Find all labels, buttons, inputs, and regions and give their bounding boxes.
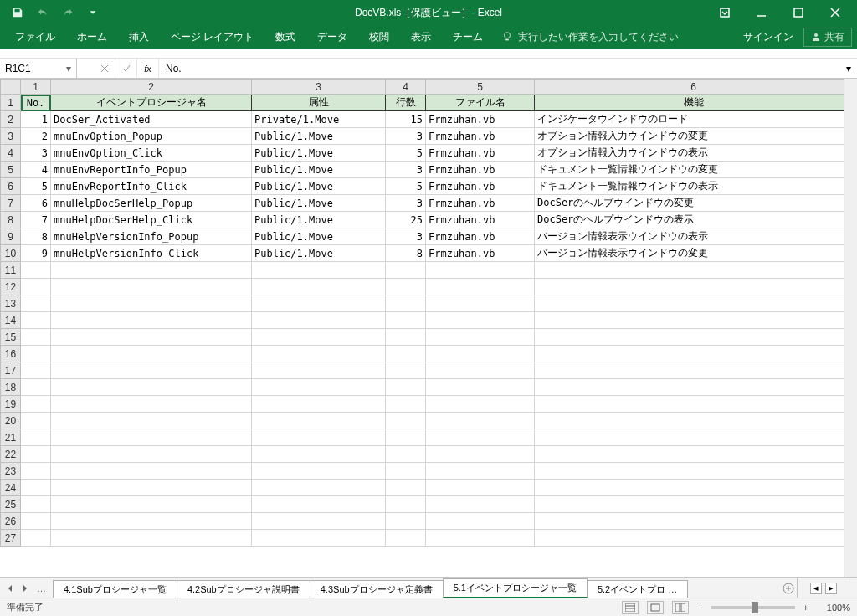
column-header[interactable]: 5 bbox=[426, 80, 535, 95]
cell[interactable] bbox=[51, 480, 252, 496]
tab-page-layout[interactable]: ページ レイアウト bbox=[161, 27, 264, 48]
row-header[interactable]: 10 bbox=[1, 245, 21, 262]
sheet-tab[interactable]: 4.3Subプロシージャ定義書 bbox=[310, 580, 444, 598]
enter-button[interactable] bbox=[115, 59, 137, 78]
cell[interactable] bbox=[535, 496, 844, 513]
cell[interactable] bbox=[21, 262, 51, 279]
cell[interactable] bbox=[426, 362, 535, 379]
cell[interactable] bbox=[426, 262, 535, 279]
page-break-view-button[interactable] bbox=[672, 601, 689, 614]
cell[interactable]: Frmzuhan.vb bbox=[426, 145, 535, 162]
vertical-scrollbar[interactable] bbox=[844, 79, 857, 578]
cell[interactable]: Frmzuhan.vb bbox=[426, 228, 535, 245]
cell[interactable] bbox=[21, 362, 51, 379]
cell[interactable] bbox=[426, 279, 535, 295]
cell[interactable] bbox=[535, 530, 844, 547]
close-button[interactable] bbox=[820, 3, 850, 23]
cell[interactable]: Public/1.Move bbox=[252, 128, 386, 145]
cell[interactable] bbox=[426, 463, 535, 480]
cell[interactable] bbox=[51, 279, 252, 295]
row-header[interactable]: 5 bbox=[1, 162, 21, 178]
cell[interactable] bbox=[386, 429, 426, 446]
row-header[interactable]: 13 bbox=[1, 295, 21, 312]
tab-formulas[interactable]: 数式 bbox=[265, 27, 305, 48]
cell[interactable]: 7 bbox=[21, 212, 51, 228]
horizontal-scrollbar[interactable]: ◂ ▸ bbox=[807, 583, 857, 594]
zoom-out-button[interactable]: − bbox=[697, 603, 702, 613]
cell[interactable] bbox=[252, 379, 386, 396]
cell[interactable] bbox=[252, 496, 386, 513]
cell[interactable]: 5 bbox=[21, 178, 51, 195]
header-cell[interactable]: 属性 bbox=[252, 95, 386, 111]
cell[interactable] bbox=[51, 346, 252, 362]
cell[interactable]: mnuEnvReportInfo_Popup bbox=[51, 162, 252, 178]
cell[interactable] bbox=[426, 530, 535, 547]
sheet-nav-next[interactable] bbox=[18, 583, 32, 593]
name-box[interactable]: R1C1 ▾ bbox=[0, 59, 77, 78]
row-header[interactable]: 27 bbox=[1, 530, 21, 547]
cell[interactable]: Frmzuhan.vb bbox=[426, 245, 535, 262]
cell[interactable] bbox=[51, 362, 252, 379]
tab-file[interactable]: ファイル bbox=[5, 27, 65, 48]
cell[interactable]: バージョン情報表示ウインドウの表示 bbox=[535, 228, 844, 245]
cell[interactable]: ドキュメント一覧情報ウインドウの変更 bbox=[535, 162, 844, 178]
tab-data[interactable]: データ bbox=[307, 27, 357, 48]
cell[interactable] bbox=[21, 513, 51, 530]
zoom-percent[interactable]: 100% bbox=[817, 603, 850, 613]
select-all-cell[interactable] bbox=[1, 80, 21, 95]
cell[interactable]: Frmzuhan.vb bbox=[426, 111, 535, 128]
cell[interactable] bbox=[252, 396, 386, 413]
cell[interactable] bbox=[386, 329, 426, 346]
row-header[interactable]: 4 bbox=[1, 145, 21, 162]
cell[interactable]: Frmzuhan.vb bbox=[426, 212, 535, 228]
sheet-nav-prev[interactable] bbox=[3, 583, 17, 593]
row-header[interactable]: 11 bbox=[1, 262, 21, 279]
cell[interactable] bbox=[386, 513, 426, 530]
cell[interactable] bbox=[21, 346, 51, 362]
cell[interactable] bbox=[21, 530, 51, 547]
cell[interactable] bbox=[386, 295, 426, 312]
cell[interactable]: 9 bbox=[21, 245, 51, 262]
cell[interactable] bbox=[426, 329, 535, 346]
cell[interactable]: 8 bbox=[21, 228, 51, 245]
cell[interactable] bbox=[535, 480, 844, 496]
cell[interactable] bbox=[252, 329, 386, 346]
fx-button[interactable]: fx bbox=[137, 59, 159, 78]
row-header[interactable]: 15 bbox=[1, 329, 21, 346]
undo-button[interactable] bbox=[32, 3, 54, 23]
cell[interactable] bbox=[51, 496, 252, 513]
cell[interactable] bbox=[51, 379, 252, 396]
cell[interactable] bbox=[386, 496, 426, 513]
cell[interactable]: Frmzuhan.vb bbox=[426, 178, 535, 195]
row-header[interactable]: 1 bbox=[1, 95, 21, 111]
cell[interactable] bbox=[535, 362, 844, 379]
cell[interactable] bbox=[535, 279, 844, 295]
cell[interactable] bbox=[252, 312, 386, 329]
tab-insert[interactable]: 挿入 bbox=[119, 27, 159, 48]
redo-button[interactable] bbox=[57, 3, 79, 23]
normal-view-button[interactable] bbox=[622, 601, 639, 614]
share-button[interactable]: 共有 bbox=[803, 28, 852, 47]
cell[interactable]: オプション情報入力ウインドウの変更 bbox=[535, 128, 844, 145]
sheet-tab[interactable]: 5.1イベントプロシージャ一覧 bbox=[443, 578, 588, 598]
cell[interactable] bbox=[426, 496, 535, 513]
maximize-button[interactable] bbox=[783, 3, 813, 23]
row-header[interactable]: 22 bbox=[1, 446, 21, 463]
cell[interactable] bbox=[252, 513, 386, 530]
row-header[interactable]: 19 bbox=[1, 396, 21, 413]
cell[interactable] bbox=[535, 346, 844, 362]
row-header[interactable]: 9 bbox=[1, 228, 21, 245]
header-cell[interactable]: ファイル名 bbox=[426, 95, 535, 111]
sheet-tab[interactable]: 4.2Subプロシージャ説明書 bbox=[177, 580, 310, 598]
tab-home[interactable]: ホーム bbox=[67, 27, 117, 48]
cell[interactable]: 8 bbox=[386, 245, 426, 262]
cell[interactable] bbox=[51, 530, 252, 547]
tab-review[interactable]: 校閲 bbox=[359, 27, 399, 48]
cell[interactable]: 4 bbox=[21, 162, 51, 178]
column-header[interactable]: 1 bbox=[21, 80, 51, 95]
cell[interactable]: 5 bbox=[386, 145, 426, 162]
cell[interactable] bbox=[386, 396, 426, 413]
cell[interactable] bbox=[535, 413, 844, 429]
cell[interactable] bbox=[535, 513, 844, 530]
cell[interactable] bbox=[386, 262, 426, 279]
